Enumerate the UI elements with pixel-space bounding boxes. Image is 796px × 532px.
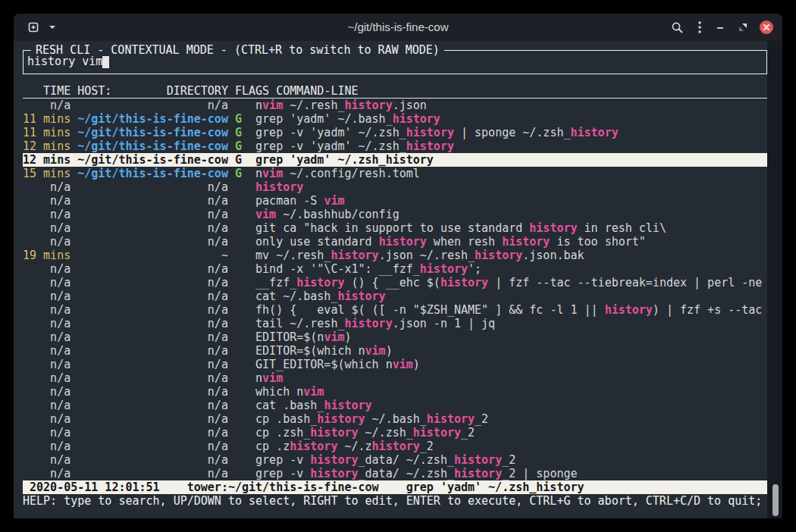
table-row[interactable]: 19 mins ~ mv ~/.resh_history.json ~/.res… <box>23 249 767 262</box>
history-table-body: n/a n/a nvim ~/.resh_history.json11 mins… <box>23 99 767 480</box>
search-query-text: history vim <box>27 55 102 68</box>
table-row[interactable]: 11 mins ~/git/this-is-fine-cow G grep 'y… <box>23 112 767 126</box>
scrollbar-track[interactable] <box>767 41 782 518</box>
table-row[interactable]: n/a n/a fh() { eval $( ([ -n "$ZSH_NAME"… <box>23 303 767 317</box>
new-tab-button[interactable] <box>26 20 41 35</box>
table-row[interactable]: n/a n/a bind -x '"\C-x1": __fzf_history'… <box>23 262 767 276</box>
table-row[interactable]: n/a n/a cat .bash_history <box>23 399 767 412</box>
table-row[interactable]: n/a n/a tail ~/.resh_history.json -n 1 |… <box>23 317 767 330</box>
table-row[interactable]: n/a n/a nvim <box>23 371 767 385</box>
close-button[interactable] <box>760 20 773 34</box>
chevron-down-icon <box>49 24 56 30</box>
table-header: TIME HOST: DIRECTORY FLAGS COMMAND-LINE <box>23 84 767 99</box>
table-row[interactable]: n/a n/a only use standard history when r… <box>23 235 767 249</box>
table-row[interactable]: n/a n/a pacman -S vim <box>23 194 767 208</box>
terminal-content: RESH CLI - CONTEXTUAL MODE - (CTRL+R to … <box>23 50 767 508</box>
tab-dropdown-button[interactable] <box>47 23 58 32</box>
table-row[interactable]: n/a n/a grep -v history_data/ ~/.zsh_his… <box>23 453 767 467</box>
scrollbar-thumb[interactable] <box>772 484 779 516</box>
titlebar: ~/git/this-is-fine-cow <box>14 14 782 41</box>
minimize-button[interactable] <box>714 21 726 33</box>
table-row[interactable]: n/a n/a __fzf_history () { __ehc $(histo… <box>23 276 767 289</box>
menu-button[interactable] <box>696 19 704 36</box>
table-row[interactable]: 12 mins ~/git/this-is-fine-cow G grep -v… <box>23 139 767 153</box>
titlebar-right <box>669 14 773 41</box>
table-row[interactable]: n/a n/a grep -v history_data/ ~/.zsh_his… <box>23 467 767 480</box>
restore-icon <box>738 23 747 32</box>
close-icon <box>763 23 770 31</box>
kebab-menu-icon <box>697 20 702 34</box>
table-row[interactable]: n/a n/a EDITOR=$(which nvim) <box>23 344 767 358</box>
table-row[interactable]: n/a n/a EDITOR=$(nvim) <box>23 330 767 344</box>
help-line: HELP: type to search, UP/DOWN to select,… <box>23 494 767 508</box>
minimize-icon <box>716 23 725 32</box>
table-row[interactable]: n/a n/a GIT_EDITOR=$(which nvim) <box>23 358 767 371</box>
table-row[interactable]: n/a n/a nvim ~/.resh_history.json <box>23 99 767 112</box>
table-row-selected[interactable]: 12 mins ~/git/this-is-fine-cow G grep 'y… <box>23 153 767 167</box>
table-row[interactable]: n/a n/a cp .zhistory ~/.zhistory_2 <box>23 440 767 453</box>
titlebar-left <box>26 14 58 41</box>
terminal-window: ~/git/this-is-fine-cow <box>14 14 782 518</box>
new-tab-icon <box>27 21 39 33</box>
table-row[interactable]: n/a n/a git ca "hack in support to use s… <box>23 221 767 235</box>
search-icon <box>671 21 684 34</box>
table-row[interactable]: n/a n/a cp .zsh_history ~/.zsh_history_2 <box>23 426 767 440</box>
table-row[interactable]: 15 mins ~/git/this-is-fine-cow G nvim ~/… <box>23 167 767 180</box>
restore-button[interactable] <box>737 21 749 33</box>
table-row[interactable]: n/a n/a history <box>23 180 767 194</box>
window-title: ~/git/this-is-fine-cow <box>14 14 782 41</box>
table-row[interactable]: n/a n/a cat ~/.bash_history <box>23 289 767 303</box>
search-input[interactable]: history vim <box>27 55 109 68</box>
table-row[interactable]: n/a n/a vim ~/.bashhub/config <box>23 208 767 221</box>
status-bar: 2020-05-11 12:01:51 tower:~/git/this-is-… <box>23 480 767 494</box>
table-row[interactable]: n/a n/a cp .bash_history ~/.bash_history… <box>23 412 767 426</box>
search-box[interactable]: RESH CLI - CONTEXTUAL MODE - (CTRL+R to … <box>23 50 767 74</box>
table-row[interactable]: n/a n/a which nvim <box>23 385 767 399</box>
search-button[interactable] <box>669 20 685 36</box>
text-cursor <box>102 56 109 68</box>
table-row[interactable]: 11 mins ~/git/this-is-fine-cow G grep -v… <box>23 126 767 139</box>
